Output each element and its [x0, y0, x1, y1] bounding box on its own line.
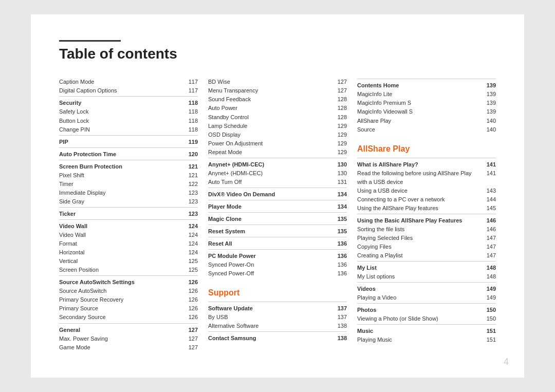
entry-label: Creating a Playlist [357, 251, 482, 260]
entry-label: AllShare Play [357, 117, 482, 125]
entry-page: 118 [183, 99, 198, 107]
toc-entry: By USB137 [208, 313, 347, 322]
toc-entry: Pixel Shift121 [59, 171, 198, 180]
toc-entry: Security118 [59, 96, 198, 107]
entry-page: 146 [482, 225, 496, 234]
entry-page: 118 [183, 107, 198, 116]
entry-page: 124 [183, 248, 198, 257]
entry-label: Video Wall [59, 231, 183, 239]
entry-label: PC Module Power [208, 252, 332, 260]
entry-page: 145 [482, 204, 496, 213]
entry-label: Auto Turn Off [208, 178, 332, 186]
entry-page: 131 [332, 178, 347, 186]
toc-entry: Immediate Display123 [59, 189, 198, 197]
toc-entry: PC Module Power136 [208, 249, 347, 260]
entry-page: 124 [183, 222, 198, 231]
entry-page: 134 [332, 190, 347, 199]
entry-label: Music [357, 327, 482, 335]
entry-page: 126 [183, 304, 198, 313]
support-heading: Support [208, 288, 347, 297]
toc-entry: Videos149 [357, 282, 496, 293]
entry-label: Source AutoSwitch [59, 287, 183, 295]
entry-label: Playing a Video [357, 293, 482, 302]
entry-page: 127 [332, 78, 347, 86]
toc-entry: Primary Source Recovery126 [59, 295, 198, 304]
entry-page: 127 [183, 343, 198, 352]
entry-label: Using the Basic AllShare Play Features [357, 216, 482, 225]
entry-page: 138 [332, 334, 347, 343]
toc-entry: Source AutoSwitch Settings126 [59, 275, 198, 287]
toc-entry: Repeat Mode129 [208, 148, 347, 157]
toc-entry: Reset All136 [208, 237, 347, 248]
toc-entry: Auto Power128 [208, 104, 347, 113]
entry-page: 121 [183, 171, 198, 180]
entry-label: Video Wall [59, 222, 183, 231]
toc-entry: Playing a Video149 [357, 293, 496, 302]
entry-label: Player Mode [208, 202, 332, 211]
allshare-heading: AllShare Play [357, 144, 496, 154]
entry-label: Max. Power Saving [59, 334, 183, 343]
toc-entry: Photos150 [357, 303, 496, 314]
title-bar [59, 40, 121, 42]
entry-label: Power On Adjustment [208, 139, 332, 148]
entry-page: 147 [482, 242, 496, 251]
toc-entry: AllShare Play140 [357, 117, 496, 125]
entry-page: 136 [332, 252, 347, 260]
entry-label: Synced Power-Off [208, 269, 332, 278]
toc-entry: Digital Caption Options117 [59, 86, 198, 95]
entry-page: 137 [332, 304, 347, 313]
entry-label: General [59, 326, 183, 334]
entry-label: Connecting to a PC over a network [357, 195, 482, 204]
toc-entry: Ticker123 [59, 207, 198, 218]
toc-entry: Auto Turn Off131 [208, 178, 347, 186]
entry-label: Playing Selected Files [357, 234, 482, 242]
entry-label: Anynet+ (HDMI-CEC) [208, 160, 332, 169]
entry-label: Safety Lock [59, 107, 183, 116]
toc-entry: My List options148 [357, 272, 496, 281]
toc-columns: Caption Mode117Digital Caption Options11… [59, 78, 496, 351]
entry-page: 143 [482, 186, 496, 195]
toc-entry: General127 [59, 323, 198, 334]
entry-page: 150 [482, 314, 496, 323]
toc-entry: Playing Music151 [357, 335, 496, 344]
entry-page: 135 [332, 215, 347, 223]
entry-page: 127 [183, 334, 198, 343]
entry-page: 126 [183, 295, 198, 304]
entry-page: 137 [332, 313, 347, 322]
entry-label: Pixel Shift [59, 171, 183, 180]
entry-label: DivX® Video On Demand [208, 190, 332, 199]
entry-page: 148 [482, 264, 496, 272]
toc-entry: Horizontal124 [59, 248, 198, 257]
toc-entry: Player Mode134 [208, 200, 347, 211]
entry-page: 149 [482, 293, 496, 302]
col1: Caption Mode117Digital Caption Options11… [59, 78, 208, 351]
toc-entry: Connecting to a PC over a network144 [357, 195, 496, 204]
entry-label: Ticker [59, 210, 183, 218]
entry-page: 148 [482, 272, 496, 281]
toc-entry: Using the Basic AllShare Play Features14… [357, 214, 496, 225]
entry-page: 124 [183, 239, 198, 248]
page: Table of contents Caption Mode117Digital… [31, 14, 524, 377]
toc-entry: Safety Lock118 [59, 107, 198, 116]
entry-page: 124 [183, 231, 198, 239]
entry-label: My List [357, 264, 482, 272]
entry-label: Using a USB device [357, 186, 482, 195]
col2: BD Wise127Menu Transparency127Sound Feed… [208, 78, 357, 351]
entry-label: Copying Files [357, 242, 482, 251]
entry-page: 139 [482, 90, 496, 99]
entry-page: 129 [332, 148, 347, 157]
entry-label: Auto Protection Time [59, 150, 183, 159]
entry-page: 125 [183, 266, 198, 274]
entry-label: Horizontal [59, 248, 183, 257]
toc-entry: Contents Home139 [357, 79, 496, 90]
entry-page: 120 [183, 150, 198, 159]
entry-label: Anynet+ (HDMI-CEC) [208, 169, 332, 178]
entry-page: 136 [332, 260, 347, 269]
entry-page: 135 [332, 227, 347, 236]
entry-page: 139 [482, 99, 496, 107]
entry-page: 127 [183, 326, 198, 334]
entry-label: Security [59, 99, 183, 107]
entry-page: 141 [482, 169, 496, 178]
entry-label: Software Update [208, 304, 332, 313]
entry-page: 123 [183, 197, 198, 206]
